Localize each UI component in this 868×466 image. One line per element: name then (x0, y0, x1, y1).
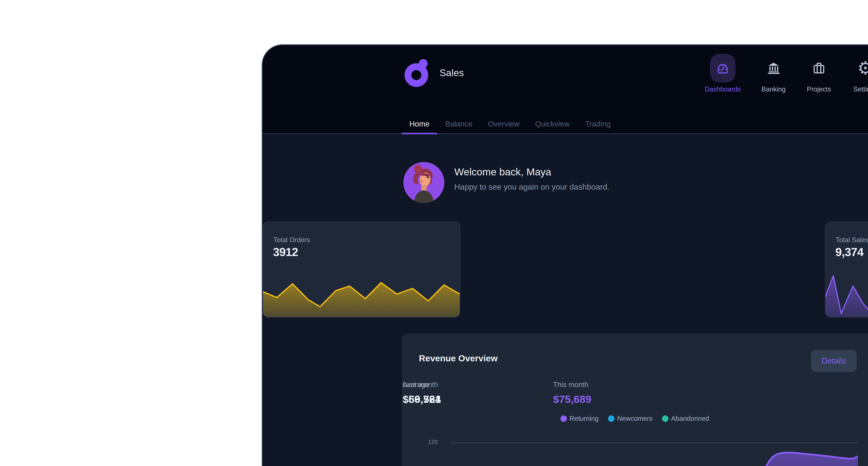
tab-trading[interactable]: Trading (577, 114, 618, 134)
stat-card-total-orders[interactable]: Total Orders 3912 (262, 222, 460, 317)
legend-item-abandonned[interactable]: Abandonned (662, 415, 709, 423)
tab-home[interactable]: Home (402, 114, 437, 134)
legend-label: Abandonned (671, 415, 709, 423)
nav-label: Banking (762, 85, 786, 93)
stat-label: Total Orders (273, 236, 310, 244)
revenue-stat-average: Average $66,561 (403, 381, 441, 405)
stat-card-total-sales[interactable]: Total Sales 9,374 (825, 222, 868, 317)
stat-value: 3912 (273, 245, 298, 259)
gauge-icon (710, 54, 736, 82)
welcome-section: Welcome back, Maya Happy to see you agai… (403, 162, 610, 203)
app-window: Sales Dashboards (262, 44, 868, 466)
nav-item-banking[interactable]: Banking (748, 54, 800, 93)
nav-label: Dashboards (705, 85, 741, 93)
tab-bar: Home Balance Overview Quickview Trading (402, 114, 618, 134)
tab-balance[interactable]: Balance (437, 114, 480, 134)
legend-label: Returning (569, 415, 598, 423)
brand-logo-icon (403, 58, 434, 88)
legend-item-returning[interactable]: Returning (560, 415, 598, 423)
stat-value: $66,561 (403, 393, 441, 405)
app-header: Sales Dashboards (262, 45, 868, 134)
screenshot-canvas: Sales Dashboards (0, 0, 868, 466)
welcome-subtitle: Happy to see you again on your dashboard… (454, 182, 610, 192)
y-axis-tick: 120 (418, 439, 438, 445)
welcome-text: Welcome back, Maya Happy to see you agai… (454, 162, 610, 203)
app-title: Sales (440, 67, 464, 78)
stat-label: Average (403, 381, 441, 389)
tab-overview[interactable]: Overview (480, 114, 527, 134)
nav-label: Projects (807, 85, 831, 93)
nav-label: Settings (853, 85, 868, 93)
stat-value: 9,374 (835, 245, 864, 259)
welcome-title: Welcome back, Maya (454, 166, 610, 178)
sparkline-chart (263, 271, 460, 317)
legend-dot (560, 415, 567, 422)
revenue-stat-this-month: This month $75,689 (553, 381, 591, 405)
stat-label: Total Sales (836, 236, 868, 244)
nav-item-dashboards[interactable]: Dashboards (697, 54, 749, 93)
revenue-area-chart (451, 434, 858, 466)
gear-icon: ⚙ (852, 54, 868, 82)
legend-dot (608, 415, 615, 422)
briefcase-icon (806, 54, 832, 82)
legend-dot (662, 415, 669, 422)
tab-quickview[interactable]: Quickview (527, 114, 577, 134)
revenue-title: Revenue Overview (419, 353, 498, 363)
revenue-overview-card: Revenue Overview Details This month $75,… (402, 334, 868, 466)
nav-item-projects[interactable]: Projects (793, 54, 845, 93)
stat-value: $75,689 (553, 393, 591, 405)
legend-label: Newcomers (617, 415, 652, 423)
avatar (403, 162, 444, 203)
nav-item-settings[interactable]: ⚙ Settings (839, 54, 868, 93)
sparkline-chart (826, 271, 868, 317)
brand: Sales (403, 58, 464, 88)
stat-label: This month (553, 381, 591, 389)
chart-legend: Returning Newcomers Abandonned (560, 415, 709, 423)
legend-item-newcomers[interactable]: Newcomers (608, 415, 652, 423)
bank-icon (761, 54, 786, 82)
details-button[interactable]: Details (811, 350, 857, 372)
